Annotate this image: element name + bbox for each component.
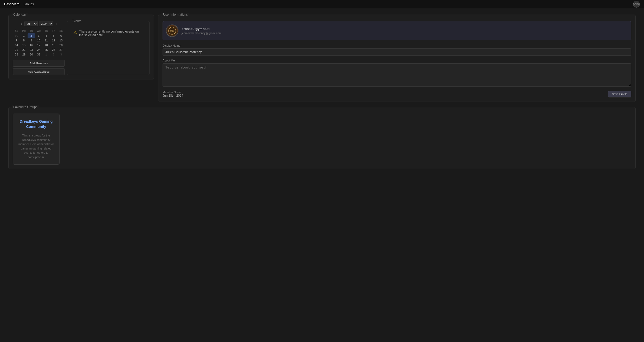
calendar-section: Calendar ‹ JanFebMar AprMayJun JulAugSep: [8, 15, 154, 102]
nav-groups[interactable]: Groups: [24, 2, 34, 6]
cal-year-select[interactable]: 2022202320242025: [39, 21, 53, 26]
member-since: Member Since Jun 18th, 2024: [163, 91, 183, 97]
cal-day[interactable]: 22: [20, 47, 28, 52]
cal-day[interactable]: 7: [13, 38, 20, 43]
cal-day[interactable]: 31: [35, 52, 43, 57]
cal-dow-mo: Mo: [20, 29, 28, 33]
favourite-groups-panel: Favourite Groups Dreadkeys Gaming Commun…: [8, 107, 636, 169]
user-info-panel-title: User Informations: [162, 13, 189, 16]
cal-day[interactable]: 12: [50, 38, 57, 43]
display-name-group: Display Name: [163, 44, 631, 56]
events-panel: Events ⚠ There are currently no confirme…: [67, 21, 150, 75]
display-name-label: Display Name: [163, 44, 631, 47]
username: crosscutgymnast: [182, 27, 222, 31]
cal-day[interactable]: 19: [50, 43, 57, 47]
calendar-panel: Calendar ‹ JanFebMar AprMayJun JulAugSep: [8, 15, 154, 79]
cal-day[interactable]: 23: [28, 47, 35, 52]
cal-dow-we: We: [35, 29, 43, 33]
events-panel-title: Events: [70, 19, 83, 23]
cal-day[interactable]: 29: [20, 52, 28, 57]
cal-selects: JanFebMar AprMayJun JulAugSep OctNovDec …: [24, 21, 53, 26]
cal-day[interactable]: 14: [13, 43, 20, 47]
topnav-links: Dashboard Groups: [4, 2, 34, 6]
group-card-description: This is a group for the Dreadkeys commun…: [17, 133, 55, 159]
top-row: Calendar ‹ JanFebMar AprMayJun JulAugSep: [8, 15, 636, 102]
cal-day[interactable]: 3: [35, 33, 43, 38]
topnav-avatar[interactable]: DRDQ: [633, 1, 640, 8]
cal-day[interactable]: 18: [42, 43, 50, 47]
member-since-label: Member Since: [163, 91, 183, 94]
events-no-events-message: There are currently no confirmed events …: [79, 30, 143, 37]
fav-groups-title: Favourite Groups: [12, 105, 39, 109]
cal-dow-fr: Fr: [50, 29, 57, 33]
cal-day[interactable]: 30: [13, 33, 20, 38]
group-card[interactable]: Dreadkeys Gaming Community This is a gro…: [13, 114, 60, 165]
cal-header: ‹ JanFebMar AprMayJun JulAugSep OctNovDe…: [13, 21, 65, 26]
cal-week-5: 28 29 30 31 1 2 3: [13, 52, 65, 57]
main-content: Calendar ‹ JanFebMar AprMayJun JulAugSep: [0, 8, 644, 175]
cal-day[interactable]: 6: [57, 33, 65, 38]
cal-day[interactable]: 27: [57, 47, 65, 52]
add-availabilities-button[interactable]: Add Availabilities: [13, 68, 65, 75]
user-profile-card: DRDQ crosscutgymnast jcoulombemorency@gm…: [163, 21, 631, 40]
user-details: crosscutgymnast jcoulombemorency@gmail.c…: [182, 27, 222, 35]
events-content: ⚠ There are currently no confirmed event…: [71, 27, 146, 40]
topnav: Dashboard Groups DRDQ: [0, 0, 644, 8]
cal-day[interactable]: 1: [42, 52, 50, 57]
cal-dow-su: Su: [13, 29, 20, 33]
mini-calendar: ‹ JanFebMar AprMayJun JulAugSep OctNovDe…: [13, 21, 65, 75]
cal-day[interactable]: 30: [28, 52, 35, 57]
cal-day[interactable]: 15: [20, 43, 28, 47]
cal-day[interactable]: 4: [42, 33, 50, 38]
user-email: jcoulombemorency@gmail.com: [182, 32, 222, 35]
cal-day[interactable]: 26: [50, 47, 57, 52]
cal-day[interactable]: 28: [13, 52, 20, 57]
about-me-group: About Me: [163, 59, 631, 88]
cal-week-2: 7 8 9 10 11 12 13: [13, 38, 65, 43]
avatar-logo: DRDQ: [166, 25, 178, 36]
cal-day[interactable]: 9: [28, 38, 35, 43]
cal-day[interactable]: 16: [28, 43, 35, 47]
cal-week-4: 21 22 23 24 25 26 27: [13, 47, 65, 52]
cal-day[interactable]: 5: [50, 33, 57, 38]
cal-dow-row: Su Mo Tu We Th Fr Sa: [13, 29, 65, 33]
cal-day[interactable]: 20: [57, 43, 65, 47]
cal-day[interactable]: 3: [57, 52, 65, 57]
cal-day-today[interactable]: 2: [28, 33, 35, 38]
save-profile-button[interactable]: Save Profile: [608, 91, 631, 97]
about-me-textarea[interactable]: [163, 63, 631, 87]
calendar-panel-title: Calendar: [12, 13, 28, 16]
cal-day[interactable]: 21: [13, 47, 20, 52]
cal-buttons: Add Absenses Add Availabilities: [13, 60, 65, 75]
cal-day[interactable]: 17: [35, 43, 43, 47]
cal-dow-th: Th: [42, 29, 50, 33]
groups-grid: Dreadkeys Gaming Community This is a gro…: [13, 114, 631, 165]
add-absenses-button[interactable]: Add Absenses: [13, 60, 65, 67]
cal-next-btn[interactable]: ›: [55, 22, 58, 26]
cal-dow-sa: Sa: [57, 29, 65, 33]
cal-week-1: 30 1 2 3 4 5 6: [13, 33, 65, 38]
cal-day[interactable]: 25: [42, 47, 50, 52]
cal-day[interactable]: 2: [50, 52, 57, 57]
cal-day[interactable]: 1: [20, 33, 28, 38]
cal-day[interactable]: 13: [57, 38, 65, 43]
calendar-content: ‹ JanFebMar AprMayJun JulAugSep OctNovDe…: [13, 21, 150, 75]
warning-icon: ⚠: [73, 30, 77, 35]
cal-prev-btn[interactable]: ‹: [20, 22, 23, 26]
about-me-label: About Me: [163, 59, 631, 62]
cal-day[interactable]: 10: [35, 38, 43, 43]
cal-grid: Su Mo Tu We Th Fr Sa 30 1: [13, 29, 65, 57]
member-footer: Member Since Jun 18th, 2024 Save Profile: [163, 91, 631, 97]
nav-dashboard[interactable]: Dashboard: [4, 2, 20, 6]
cal-dow-tu: Tu: [28, 29, 35, 33]
cal-week-3: 14 15 16 17 18 19 20: [13, 43, 65, 47]
cal-day[interactable]: 11: [42, 38, 50, 43]
cal-day[interactable]: 24: [35, 47, 43, 52]
group-card-name: Dreadkeys Gaming Community: [17, 119, 55, 129]
avatar: DRDQ: [166, 24, 178, 37]
cal-day[interactable]: 8: [20, 38, 28, 43]
cal-month-select[interactable]: JanFebMar AprMayJun JulAugSep OctNovDec: [24, 21, 38, 26]
user-info-panel: User Informations DRDQ: [158, 15, 636, 102]
avatar-inner: DRDQ: [166, 25, 178, 36]
display-name-input[interactable]: [163, 48, 631, 56]
